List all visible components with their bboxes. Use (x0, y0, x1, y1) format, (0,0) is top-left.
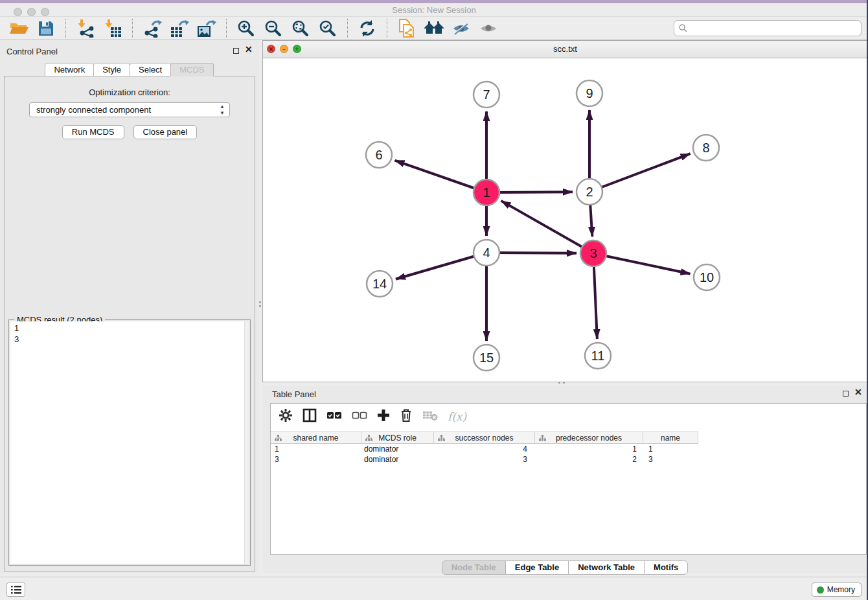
horizontal-splitter[interactable] (558, 382, 574, 384)
network-clone-icon[interactable] (396, 18, 418, 39)
control-panel-title: Control Panel (6, 47, 58, 56)
svg-text:14: 14 (372, 277, 387, 291)
refresh-layout-icon[interactable] (356, 18, 378, 39)
search-icon (679, 24, 687, 32)
mcds-result-scrollbar[interactable] (244, 321, 249, 564)
export-network-icon[interactable] (141, 18, 163, 39)
network-graph[interactable]: 7968124314101511 (263, 58, 867, 382)
toolbar-separator (132, 19, 133, 38)
table-row[interactable]: 3dominator323 (271, 454, 698, 465)
search-field[interactable] (674, 20, 862, 36)
node-9[interactable]: 9 (577, 80, 602, 106)
svg-text:4: 4 (483, 246, 490, 260)
node-4[interactable]: 4 (474, 240, 499, 266)
toolbar-separator (387, 19, 387, 38)
column-header-shared-name[interactable]: shared name (271, 432, 361, 443)
tab-motifs[interactable]: Motifs (644, 560, 688, 575)
svg-text:3: 3 (589, 246, 597, 260)
create-column-icon[interactable] (377, 409, 390, 424)
zoom-fit-icon[interactable] (290, 18, 312, 39)
optimization-criterion-value: strongly connected component (36, 105, 151, 115)
search-input[interactable] (691, 23, 856, 33)
tab-node-table[interactable]: Node Table (442, 560, 506, 575)
save-session-icon[interactable] (35, 18, 57, 39)
show-panel-eye-icon[interactable] (477, 18, 499, 39)
cell: 1 (643, 444, 698, 454)
cell: 3 (643, 454, 698, 465)
node-10[interactable]: 10 (694, 264, 720, 290)
table-panel-title: Table Panel (272, 389, 316, 399)
main-titlebar: Session: New Session (0, 3, 868, 17)
run-mcds-button[interactable]: Run MCDS (62, 125, 124, 139)
settings-gear-icon[interactable] (279, 408, 293, 425)
zoom-in-icon[interactable] (235, 18, 257, 39)
svg-text:7: 7 (483, 87, 490, 102)
vertical-splitter[interactable] (259, 299, 262, 312)
close-panel-button[interactable]: Close panel (133, 125, 198, 139)
mcds-result-group: MCDS result (2 nodes) 1 3 (8, 319, 251, 566)
close-panel-icon[interactable]: ✕ (245, 45, 253, 54)
home-network-icon[interactable] (423, 18, 445, 39)
node-11[interactable]: 11 (585, 343, 611, 369)
tab-mcds[interactable]: MCDS (170, 63, 213, 76)
edge-2-8[interactable] (589, 154, 691, 192)
column-header-MCDS-role[interactable]: MCDS role (361, 432, 434, 443)
unselect-all-icon[interactable] (352, 411, 367, 422)
control-panel: Control Panel ✕ NetworkStyleSelectMCDS O… (0, 40, 259, 573)
float-table-panel-icon[interactable] (843, 391, 849, 397)
float-panel-icon[interactable] (233, 48, 239, 54)
node-7[interactable]: 7 (474, 82, 499, 108)
column-header-name[interactable]: name (643, 432, 698, 443)
svg-text:10: 10 (700, 270, 714, 284)
cell: dominator (361, 444, 434, 454)
import-network-icon[interactable] (74, 18, 97, 39)
network-window-titlebar[interactable]: ✕ – + scc.txt (263, 41, 867, 58)
table-toolbar: f(x) (271, 404, 866, 430)
zoom-out-icon[interactable] (262, 18, 284, 39)
cell: 1 (271, 444, 361, 454)
memory-button[interactable]: Memory (812, 583, 862, 597)
hide-panel-eye-icon[interactable] (450, 18, 472, 39)
select-all-icon[interactable] (326, 411, 342, 422)
open-session-icon[interactable] (8, 18, 30, 39)
table-body: 1dominator4113dominator323 (271, 444, 866, 465)
zoom-selected-icon[interactable] (317, 18, 339, 39)
edge-4-14[interactable] (396, 253, 486, 279)
node-15[interactable]: 15 (474, 345, 499, 371)
optimization-criterion-select[interactable]: strongly connected component ▲▼ (29, 102, 230, 117)
show-column-icon[interactable] (303, 408, 317, 425)
node-1[interactable]: 1 (474, 179, 499, 205)
mcds-result-textarea[interactable]: 1 3 (10, 321, 249, 564)
tab-network[interactable]: Network (45, 63, 94, 76)
delete-column-icon[interactable] (400, 408, 413, 425)
table-panel-tabs: Node TableEdge TableNetwork TableMotifs (262, 560, 868, 575)
table-header-row: shared nameMCDS rolesuccessor nodesprede… (271, 432, 698, 444)
edge-3-1[interactable] (501, 201, 593, 253)
memory-label: Memory (827, 585, 855, 594)
node-8[interactable]: 8 (693, 135, 719, 161)
export-table-icon[interactable] (168, 18, 190, 39)
column-header-successor-nodes[interactable]: successor nodes (434, 432, 535, 443)
toolbar-separator (65, 19, 66, 38)
svg-text:15: 15 (479, 351, 494, 365)
node-6[interactable]: 6 (366, 142, 392, 168)
table-row[interactable]: 1dominator411 (271, 444, 698, 454)
tab-style[interactable]: Style (93, 63, 130, 76)
network-window: ✕ – + scc.txt 7968124314101511 (262, 40, 868, 382)
column-header-predecessor-nodes[interactable]: predecessor nodes (535, 432, 643, 443)
cell: 3 (271, 454, 361, 465)
edge-3-10[interactable] (593, 253, 691, 274)
node-2[interactable]: 2 (577, 179, 602, 205)
node-3[interactable]: 3 (580, 240, 606, 266)
edge-1-6[interactable] (395, 161, 486, 192)
control-panel-tabs: NetworkStyleSelectMCDS (0, 63, 259, 76)
tab-edge-table[interactable]: Edge Table (505, 560, 569, 575)
node-14[interactable]: 14 (367, 271, 393, 297)
task-history-button[interactable] (6, 583, 25, 597)
tab-select[interactable]: Select (130, 63, 171, 76)
export-image-icon[interactable] (196, 18, 218, 39)
close-table-panel-icon[interactable]: ✕ (854, 387, 862, 397)
tab-network-table[interactable]: Network Table (568, 560, 645, 575)
import-table-icon[interactable] (102, 18, 124, 39)
cell: 4 (434, 444, 535, 454)
